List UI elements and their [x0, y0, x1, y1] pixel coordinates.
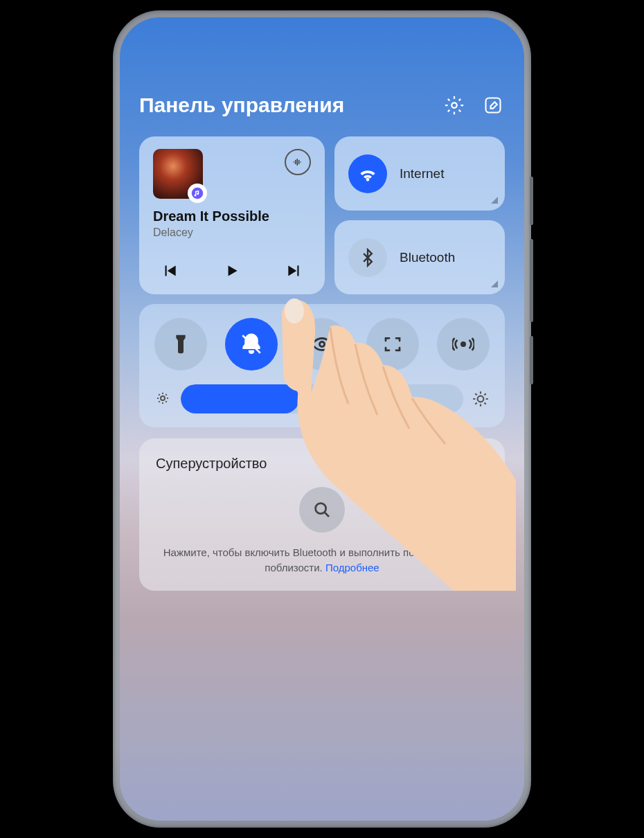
super-device-close-button[interactable] [469, 454, 488, 473]
svg-rect-1 [486, 98, 501, 113]
brightness-slider-fill [181, 384, 299, 413]
svg-point-6 [478, 396, 484, 402]
super-device-title: Суперустройство [156, 456, 267, 472]
super-device-card: Суперустройство Нажмите, чтобы включить … [139, 438, 505, 591]
nfc-icon [452, 333, 474, 355]
internet-tile[interactable]: Internet [334, 136, 505, 211]
wifi-icon [357, 163, 379, 185]
play-icon [223, 262, 241, 280]
power-button[interactable] [530, 177, 533, 225]
eye-icon [310, 332, 334, 356]
header-actions [442, 93, 505, 117]
song-title: Dream It Possible [153, 208, 311, 224]
volume-button[interactable] [530, 239, 533, 322]
close-icon [469, 454, 487, 472]
expand-corner-icon [491, 280, 498, 287]
flashlight-icon [170, 333, 192, 355]
audio-output-button[interactable] [285, 149, 311, 175]
search-icon [312, 499, 332, 520]
toggle-row [154, 318, 490, 371]
svg-point-7 [316, 503, 326, 514]
brightness-low-icon [154, 390, 172, 408]
album-art [153, 149, 203, 199]
super-device-hint: Нажмите, чтобы включить Bluetooth и выпо… [156, 545, 488, 576]
learn-more-link[interactable]: Подробнее [325, 562, 379, 573]
music-note-icon [191, 187, 204, 199]
nfc-toggle[interactable] [437, 318, 490, 371]
bluetooth-label: Bluetooth [400, 250, 455, 265]
connectivity-column: Internet Bluetooth [334, 136, 505, 294]
super-device-search-button[interactable] [299, 487, 345, 533]
bluetooth-tile[interactable]: Bluetooth [334, 220, 505, 294]
screenshot-toggle[interactable] [366, 318, 419, 371]
skip-previous-icon [161, 262, 179, 280]
settings-button[interactable] [442, 93, 466, 117]
internet-label: Internet [400, 166, 444, 181]
artist-name: Delacey [153, 226, 311, 239]
bell-off-icon [240, 332, 263, 356]
previous-track-button[interactable] [159, 260, 181, 282]
side-button[interactable] [530, 336, 533, 384]
music-app-badge [188, 184, 207, 203]
bluetooth-icon-circle [348, 238, 387, 277]
quick-toggle-panel [139, 304, 505, 427]
wifi-icon-circle [348, 154, 387, 193]
bluetooth-icon [358, 248, 377, 267]
do-not-disturb-toggle[interactable] [225, 318, 278, 371]
control-panel-header: Панель управления [139, 93, 505, 117]
hint-text: Нажмите, чтобы включить Bluetooth и выпо… [163, 546, 481, 573]
media-card[interactable]: Dream It Possible Delacey [139, 136, 325, 294]
screen: Панель управления [120, 17, 524, 821]
brightness-slider[interactable] [181, 384, 463, 413]
svg-point-3 [319, 341, 324, 346]
sound-wave-icon [291, 155, 305, 169]
brightness-row [154, 384, 490, 413]
svg-point-4 [461, 342, 465, 346]
play-pause-button[interactable] [221, 260, 243, 282]
skip-next-icon [285, 262, 303, 280]
gear-icon [444, 95, 465, 116]
top-cards-row: Dream It Possible Delacey [139, 136, 505, 294]
edit-button[interactable] [481, 93, 505, 117]
screenshot-icon [382, 334, 403, 355]
expand-corner-icon [491, 197, 498, 204]
brightness-high-icon [472, 390, 490, 408]
next-track-button[interactable] [283, 260, 305, 282]
edit-icon [483, 96, 503, 115]
eye-comfort-toggle[interactable] [296, 318, 348, 371]
flashlight-toggle[interactable] [154, 318, 207, 371]
phone-frame: Панель управления [113, 10, 531, 828]
svg-point-5 [161, 396, 165, 400]
page-title: Панель управления [139, 93, 344, 117]
svg-point-0 [451, 102, 457, 108]
